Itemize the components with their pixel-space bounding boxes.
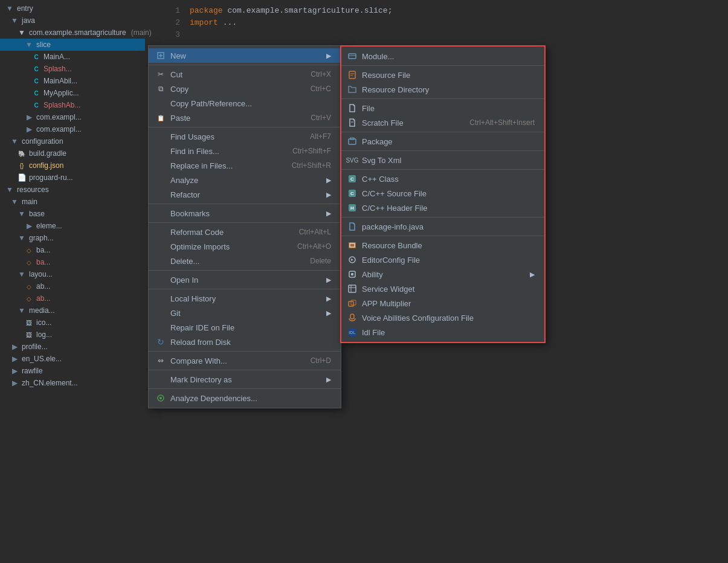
tree-item-ab2[interactable]: ◇ ab... [0, 292, 145, 304]
separator [149, 127, 341, 127]
tree-item-resources[interactable]: ▼ resources [0, 184, 145, 196]
tree-item-buildgradle[interactable]: 🐘 build.gradle [0, 147, 145, 159]
tree-item-enus[interactable]: ▶ en_US.ele... [0, 353, 145, 365]
submenu-item-file[interactable]: File [341, 101, 544, 115]
menu-item-bookmarks[interactable]: Bookmarks ▶ [149, 206, 341, 220]
submenu-arrow: ▶ [326, 52, 331, 60]
submenu-item-editorconfig[interactable]: EditorConfig File [341, 253, 544, 267]
menu-item-localhistory[interactable]: Local History ▶ [149, 291, 341, 306]
file-tree: ▼ entry ▼ java ▼ com.example.smartagricu… [0, 0, 145, 563]
menu-item-paste[interactable]: Paste Ctrl+V [149, 111, 341, 125]
menu-item-markdiras[interactable]: Mark Directory as ▶ [149, 372, 341, 387]
tree-item-mainabil[interactable]: C MainAbil... [0, 75, 145, 87]
analyze-arrow: ▶ [326, 176, 331, 184]
submenu-item-ability[interactable]: Ability ▶ [341, 267, 544, 282]
submenu-item-resourcedir[interactable]: Resource Directory [341, 82, 544, 97]
reformat-shortcut: Ctrl+Alt+L [299, 228, 331, 236]
tree-item-main[interactable]: ▼ main [0, 196, 145, 208]
tree-item-media[interactable]: ▼ media... [0, 304, 145, 317]
submenu-item-cppsrc[interactable]: C C/C++ Source File [341, 186, 544, 201]
tree-item-package[interactable]: ▼ com.example.smartagriculture (main) [0, 27, 145, 39]
menu-item-repairide[interactable]: Repair IDE on File [149, 320, 341, 335]
separator [149, 289, 341, 289]
menu-item-optimizeimports[interactable]: Optimize Imports Ctrl+Alt+O [149, 239, 341, 254]
tree-item-configjson[interactable]: {} config.json [0, 159, 145, 172]
tree-item-graph[interactable]: ▼ graph... [0, 232, 145, 244]
tree-item-ico[interactable]: 🖼 ico... [0, 317, 145, 329]
optimizeimports-shortcut: Ctrl+Alt+O [297, 242, 331, 251]
json-icon: {} [17, 161, 27, 170]
tree-item-java[interactable]: ▼ java [0, 14, 145, 27]
tree-item-eleme[interactable]: ▶ eleme... [0, 220, 145, 232]
menu-item-reload[interactable]: ↻ Reload from Disk [149, 335, 341, 349]
folder-icon: ▼ [10, 16, 19, 25]
submenu-label-idlfile: Idl File [362, 328, 385, 337]
menu-label-findinfiles: Find in Files... [170, 147, 219, 156]
menu-item-refactor[interactable]: Refactor ▶ [149, 187, 341, 202]
reformat-icon [156, 227, 166, 237]
delete-shortcut: Delete [310, 257, 331, 265]
tree-item-rawfile[interactable]: ▶ rawfile [0, 365, 145, 377]
submenu-item-module[interactable]: Module... [341, 49, 544, 63]
tree-item-maina[interactable]: C MainA... [0, 51, 145, 63]
menu-item-copy[interactable]: Copy Ctrl+C [149, 82, 341, 96]
submenu-item-cpphdr[interactable]: H C/C++ Header File [341, 201, 544, 215]
menu-label-reload: Reload from Disk [170, 338, 231, 347]
tree-item-ab1[interactable]: ◇ ab... [0, 280, 145, 292]
sub-separator [341, 98, 544, 99]
menu-item-git[interactable]: Git ▶ [149, 306, 341, 320]
refactor-arrow: ▶ [326, 191, 331, 199]
menu-item-delete[interactable]: Delete... Delete [149, 254, 341, 268]
submenu-item-idlfile[interactable]: IDL Idl File [341, 325, 544, 339]
tree-item-log[interactable]: 🖼 log... [0, 329, 145, 341]
tree-item-entry[interactable]: ▼ entry [0, 2, 145, 14]
xml-icon: ◇ [24, 294, 34, 303]
menu-item-replaceinfiles[interactable]: Replace in Files... Ctrl+Shift+R [149, 158, 341, 173]
menu-item-new[interactable]: New ▶ [149, 48, 341, 63]
cut-shortcut: Ctrl+X [311, 70, 331, 79]
tree-item-comexampl1[interactable]: ▶ com.exampl... [0, 111, 145, 123]
git-icon [156, 308, 166, 318]
submenu-item-servicewidget[interactable]: Service Widget [341, 282, 544, 296]
submenu-item-appmultiplier[interactable]: APP Multiplier [341, 296, 544, 310]
java-icon: C [31, 52, 41, 62]
submenu-item-scratchfile[interactable]: Scratch File Ctrl+Alt+Shift+Insert [341, 115, 544, 130]
submenu-item-packageinfojava[interactable]: package-info.java [341, 219, 544, 234]
tree-item-configuration[interactable]: ▼ configuration [0, 135, 145, 147]
copy-icon [156, 84, 166, 94]
tree-item-myapplic[interactable]: C MyApplic... [0, 87, 145, 99]
tree-item-profile[interactable]: ▶ profile... [0, 341, 145, 353]
submenu-item-voiceabilities[interactable]: Voice Abilities Configuration File [341, 310, 544, 325]
submenu-item-resourcefile[interactable]: Resource File [341, 68, 544, 82]
menu-item-analyze[interactable]: Analyze ▶ [149, 173, 341, 187]
tree-item-slice[interactable]: ▼ slice [0, 39, 145, 51]
tree-item-ba1[interactable]: ◇ ba... [0, 244, 145, 256]
tree-item-splash[interactable]: C Splash... [0, 63, 145, 75]
tree-item-comexampl2[interactable]: ▶ com.exampl... [0, 123, 145, 135]
submenu-item-resourcebundle[interactable]: Resource Bundle [341, 238, 544, 253]
tree-item-layout[interactable]: ▼ layou... [0, 268, 145, 280]
code-lines: package com.example.smartagriculture.sli… [190, 5, 392, 41]
tree-item-zhcn[interactable]: ▶ zh_CN.element... [0, 377, 145, 389]
submenu-item-cppclass[interactable]: C C++ Class [341, 172, 544, 186]
menu-item-findinfiles[interactable]: Find in Files... Ctrl+Shift+F [149, 144, 341, 158]
localhistory-icon [156, 294, 166, 303]
menu-item-openin[interactable]: Open In ▶ [149, 272, 341, 287]
submenu-item-package[interactable]: Package [341, 134, 544, 149]
sub-separator [341, 169, 544, 170]
menu-item-copypath[interactable]: Copy Path/Reference... [149, 96, 341, 111]
menu-item-findusages[interactable]: Find Usages Alt+F7 [149, 129, 341, 144]
menu-item-comparewith[interactable]: Compare With... Ctrl+D [149, 353, 341, 368]
tree-item-ba2[interactable]: ◇ ba... [0, 256, 145, 268]
menu-item-cut[interactable]: Cut Ctrl+X [149, 67, 341, 82]
folder-icon: ▶ [24, 112, 34, 122]
submenu-item-svgtoxml[interactable]: SVG Svg To Xml [341, 153, 544, 167]
menu-label-repairide: Repair IDE on File [170, 323, 234, 332]
menu-item-analyzedeps[interactable]: Analyze Dependencies... [149, 391, 341, 405]
tree-item-base[interactable]: ▼ base [0, 208, 145, 220]
submenu-label-ability: Ability [362, 270, 383, 279]
menu-item-reformat[interactable]: Reformat Code Ctrl+Alt+L [149, 225, 341, 239]
tree-item-proguard[interactable]: 📄 proguard-ru... [0, 172, 145, 184]
svg-rect-5 [349, 54, 356, 59]
tree-item-splashab[interactable]: C SplashAb... [0, 99, 145, 111]
